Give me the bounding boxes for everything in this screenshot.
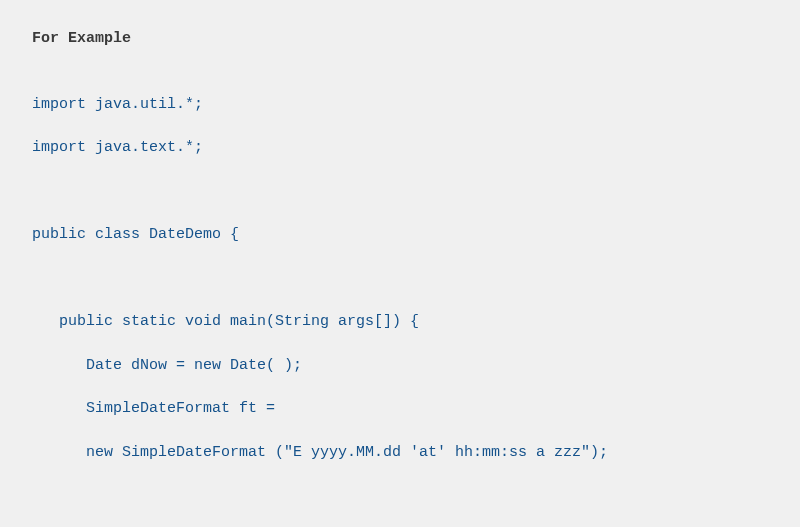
code-line: Date dNow = new Date( ); <box>32 355 768 377</box>
example-heading: For Example <box>32 28 768 50</box>
code-line: public static void main(String args[]) { <box>32 311 768 333</box>
code-line <box>32 181 768 203</box>
code-line <box>32 485 768 507</box>
code-line: public class DateDemo { <box>32 224 768 246</box>
code-line: import java.util.*; <box>32 94 768 116</box>
code-line <box>32 268 768 290</box>
code-line: SimpleDateFormat ft = <box>32 398 768 420</box>
code-line: new SimpleDateFormat ("E yyyy.MM.dd 'at'… <box>32 442 768 464</box>
code-line: import java.text.*; <box>32 137 768 159</box>
code-block: import java.util.*; import java.text.*; … <box>32 72 768 527</box>
